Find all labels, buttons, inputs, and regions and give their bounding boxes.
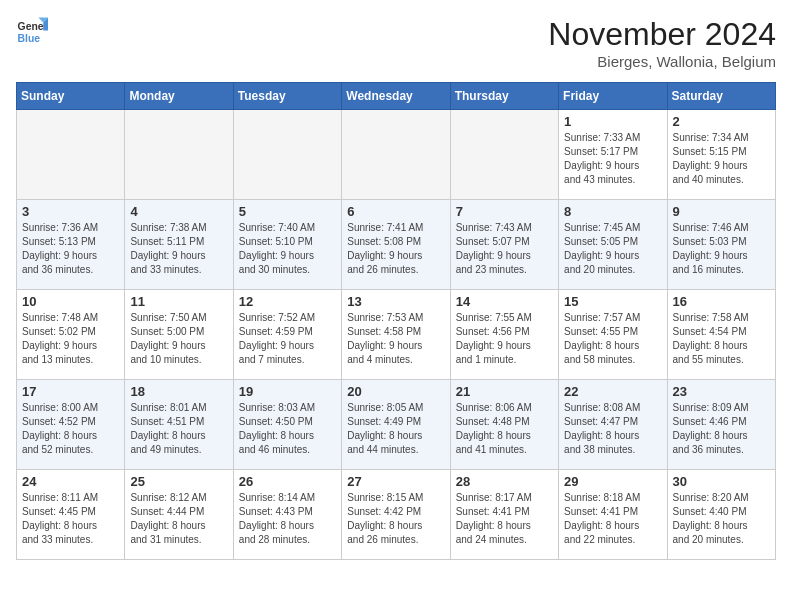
day-info: Sunrise: 7:38 AMSunset: 5:11 PMDaylight:…: [130, 221, 227, 277]
day-number: 17: [22, 384, 119, 399]
header-wednesday: Wednesday: [342, 83, 450, 110]
day-cell: 19Sunrise: 8:03 AMSunset: 4:50 PMDayligh…: [233, 380, 341, 470]
day-info: Sunrise: 7:55 AMSunset: 4:56 PMDaylight:…: [456, 311, 553, 367]
day-cell: 28Sunrise: 8:17 AMSunset: 4:41 PMDayligh…: [450, 470, 558, 560]
month-title: November 2024: [548, 16, 776, 53]
day-info: Sunrise: 8:05 AMSunset: 4:49 PMDaylight:…: [347, 401, 444, 457]
day-cell: [233, 110, 341, 200]
day-cell: 27Sunrise: 8:15 AMSunset: 4:42 PMDayligh…: [342, 470, 450, 560]
day-number: 2: [673, 114, 770, 129]
day-number: 8: [564, 204, 661, 219]
day-cell: 17Sunrise: 8:00 AMSunset: 4:52 PMDayligh…: [17, 380, 125, 470]
day-info: Sunrise: 8:08 AMSunset: 4:47 PMDaylight:…: [564, 401, 661, 457]
day-cell: 11Sunrise: 7:50 AMSunset: 5:00 PMDayligh…: [125, 290, 233, 380]
day-info: Sunrise: 7:41 AMSunset: 5:08 PMDaylight:…: [347, 221, 444, 277]
header-tuesday: Tuesday: [233, 83, 341, 110]
day-info: Sunrise: 8:18 AMSunset: 4:41 PMDaylight:…: [564, 491, 661, 547]
day-cell: 8Sunrise: 7:45 AMSunset: 5:05 PMDaylight…: [559, 200, 667, 290]
day-number: 14: [456, 294, 553, 309]
day-cell: 16Sunrise: 7:58 AMSunset: 4:54 PMDayligh…: [667, 290, 775, 380]
day-info: Sunrise: 8:01 AMSunset: 4:51 PMDaylight:…: [130, 401, 227, 457]
week-row-2: 3Sunrise: 7:36 AMSunset: 5:13 PMDaylight…: [17, 200, 776, 290]
day-number: 9: [673, 204, 770, 219]
day-number: 13: [347, 294, 444, 309]
day-info: Sunrise: 7:45 AMSunset: 5:05 PMDaylight:…: [564, 221, 661, 277]
day-number: 27: [347, 474, 444, 489]
day-number: 23: [673, 384, 770, 399]
day-number: 21: [456, 384, 553, 399]
day-info: Sunrise: 8:00 AMSunset: 4:52 PMDaylight:…: [22, 401, 119, 457]
header-thursday: Thursday: [450, 83, 558, 110]
calendar-body: 1Sunrise: 7:33 AMSunset: 5:17 PMDaylight…: [17, 110, 776, 560]
day-number: 10: [22, 294, 119, 309]
week-row-5: 24Sunrise: 8:11 AMSunset: 4:45 PMDayligh…: [17, 470, 776, 560]
day-number: 1: [564, 114, 661, 129]
day-info: Sunrise: 8:15 AMSunset: 4:42 PMDaylight:…: [347, 491, 444, 547]
subtitle: Bierges, Wallonia, Belgium: [548, 53, 776, 70]
day-cell: 18Sunrise: 8:01 AMSunset: 4:51 PMDayligh…: [125, 380, 233, 470]
day-number: 25: [130, 474, 227, 489]
day-info: Sunrise: 7:48 AMSunset: 5:02 PMDaylight:…: [22, 311, 119, 367]
day-cell: 5Sunrise: 7:40 AMSunset: 5:10 PMDaylight…: [233, 200, 341, 290]
header-monday: Monday: [125, 83, 233, 110]
day-number: 3: [22, 204, 119, 219]
day-number: 20: [347, 384, 444, 399]
day-info: Sunrise: 7:34 AMSunset: 5:15 PMDaylight:…: [673, 131, 770, 187]
day-number: 7: [456, 204, 553, 219]
day-cell: 14Sunrise: 7:55 AMSunset: 4:56 PMDayligh…: [450, 290, 558, 380]
day-cell: 2Sunrise: 7:34 AMSunset: 5:15 PMDaylight…: [667, 110, 775, 200]
day-info: Sunrise: 8:06 AMSunset: 4:48 PMDaylight:…: [456, 401, 553, 457]
day-cell: 7Sunrise: 7:43 AMSunset: 5:07 PMDaylight…: [450, 200, 558, 290]
day-info: Sunrise: 8:11 AMSunset: 4:45 PMDaylight:…: [22, 491, 119, 547]
day-cell: 4Sunrise: 7:38 AMSunset: 5:11 PMDaylight…: [125, 200, 233, 290]
day-info: Sunrise: 7:36 AMSunset: 5:13 PMDaylight:…: [22, 221, 119, 277]
week-row-1: 1Sunrise: 7:33 AMSunset: 5:17 PMDaylight…: [17, 110, 776, 200]
day-number: 28: [456, 474, 553, 489]
day-cell: 1Sunrise: 7:33 AMSunset: 5:17 PMDaylight…: [559, 110, 667, 200]
day-number: 11: [130, 294, 227, 309]
day-cell: [342, 110, 450, 200]
day-info: Sunrise: 8:17 AMSunset: 4:41 PMDaylight:…: [456, 491, 553, 547]
week-row-3: 10Sunrise: 7:48 AMSunset: 5:02 PMDayligh…: [17, 290, 776, 380]
day-info: Sunrise: 8:14 AMSunset: 4:43 PMDaylight:…: [239, 491, 336, 547]
day-info: Sunrise: 7:58 AMSunset: 4:54 PMDaylight:…: [673, 311, 770, 367]
logo: General Blue: [16, 16, 48, 48]
day-info: Sunrise: 7:57 AMSunset: 4:55 PMDaylight:…: [564, 311, 661, 367]
header-sunday: Sunday: [17, 83, 125, 110]
calendar-header-row: SundayMondayTuesdayWednesdayThursdayFrid…: [17, 83, 776, 110]
day-number: 12: [239, 294, 336, 309]
day-info: Sunrise: 8:03 AMSunset: 4:50 PMDaylight:…: [239, 401, 336, 457]
day-info: Sunrise: 7:53 AMSunset: 4:58 PMDaylight:…: [347, 311, 444, 367]
day-number: 6: [347, 204, 444, 219]
day-cell: 15Sunrise: 7:57 AMSunset: 4:55 PMDayligh…: [559, 290, 667, 380]
day-number: 24: [22, 474, 119, 489]
day-number: 18: [130, 384, 227, 399]
week-row-4: 17Sunrise: 8:00 AMSunset: 4:52 PMDayligh…: [17, 380, 776, 470]
day-info: Sunrise: 7:50 AMSunset: 5:00 PMDaylight:…: [130, 311, 227, 367]
day-info: Sunrise: 7:40 AMSunset: 5:10 PMDaylight:…: [239, 221, 336, 277]
day-cell: 30Sunrise: 8:20 AMSunset: 4:40 PMDayligh…: [667, 470, 775, 560]
title-area: November 2024 Bierges, Wallonia, Belgium: [548, 16, 776, 70]
day-number: 26: [239, 474, 336, 489]
day-number: 22: [564, 384, 661, 399]
header-saturday: Saturday: [667, 83, 775, 110]
day-cell: 29Sunrise: 8:18 AMSunset: 4:41 PMDayligh…: [559, 470, 667, 560]
day-number: 16: [673, 294, 770, 309]
logo-icon: General Blue: [16, 16, 48, 48]
day-cell: 26Sunrise: 8:14 AMSunset: 4:43 PMDayligh…: [233, 470, 341, 560]
day-cell: [450, 110, 558, 200]
day-number: 5: [239, 204, 336, 219]
day-info: Sunrise: 8:12 AMSunset: 4:44 PMDaylight:…: [130, 491, 227, 547]
day-cell: 6Sunrise: 7:41 AMSunset: 5:08 PMDaylight…: [342, 200, 450, 290]
day-cell: 13Sunrise: 7:53 AMSunset: 4:58 PMDayligh…: [342, 290, 450, 380]
day-number: 30: [673, 474, 770, 489]
day-info: Sunrise: 7:52 AMSunset: 4:59 PMDaylight:…: [239, 311, 336, 367]
day-cell: [125, 110, 233, 200]
day-number: 15: [564, 294, 661, 309]
day-cell: 22Sunrise: 8:08 AMSunset: 4:47 PMDayligh…: [559, 380, 667, 470]
day-cell: 12Sunrise: 7:52 AMSunset: 4:59 PMDayligh…: [233, 290, 341, 380]
day-info: Sunrise: 7:43 AMSunset: 5:07 PMDaylight:…: [456, 221, 553, 277]
day-cell: 9Sunrise: 7:46 AMSunset: 5:03 PMDaylight…: [667, 200, 775, 290]
day-cell: 25Sunrise: 8:12 AMSunset: 4:44 PMDayligh…: [125, 470, 233, 560]
day-number: 19: [239, 384, 336, 399]
